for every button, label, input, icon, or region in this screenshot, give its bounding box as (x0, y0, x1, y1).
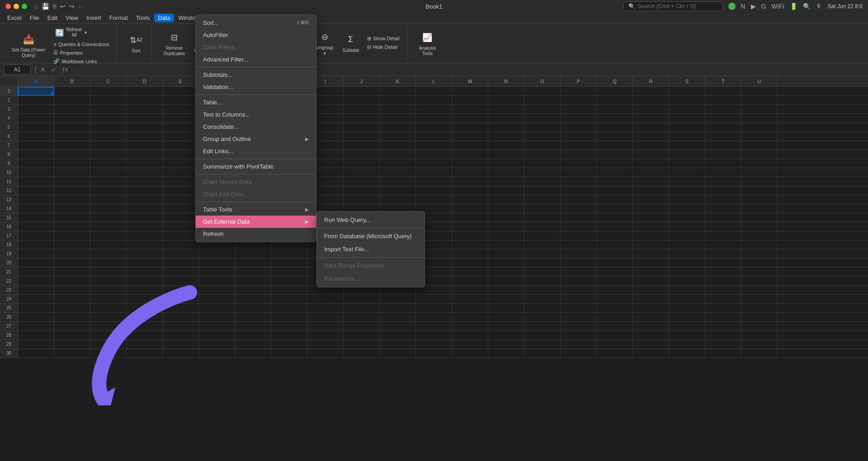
cm-subtotals[interactable]: Subtotals... (196, 69, 316, 81)
cell-K12[interactable] (380, 186, 416, 195)
cell-J9[interactable] (344, 159, 380, 168)
cell-D27[interactable] (127, 322, 163, 331)
cell-K13[interactable] (380, 195, 416, 204)
cell-E20[interactable] (163, 259, 199, 268)
cell-M9[interactable] (452, 159, 488, 168)
cell-L11[interactable] (416, 177, 452, 186)
cell-M23[interactable] (452, 286, 488, 295)
cell-L7[interactable] (416, 141, 452, 150)
cell-A5[interactable] (18, 123, 54, 132)
cell-J1[interactable] (344, 87, 380, 96)
cm-advanced-filter[interactable]: Advanced Filter... (196, 53, 316, 66)
cell-B7[interactable] (54, 141, 90, 150)
cell-B25[interactable] (54, 304, 90, 313)
cell-N14[interactable] (488, 204, 524, 213)
cell-Q15[interactable] (597, 213, 633, 222)
cell-J2[interactable] (344, 96, 380, 105)
cell-E1[interactable] (163, 87, 199, 96)
cell-A17[interactable] (18, 231, 54, 240)
cell-F21[interactable] (199, 268, 235, 277)
cell-B30[interactable] (54, 349, 90, 358)
cell-S25[interactable] (669, 304, 705, 313)
cell-P26[interactable] (561, 313, 597, 322)
cell-Q26[interactable] (597, 313, 633, 322)
cell-D24[interactable] (127, 295, 163, 304)
cm-sort[interactable]: Sort... ⇧⌘R (196, 17, 316, 29)
cell-Q9[interactable] (597, 159, 633, 168)
cell-M20[interactable] (452, 259, 488, 268)
cell-S9[interactable] (669, 159, 705, 168)
cell-R1[interactable] (633, 87, 669, 96)
cell-E28[interactable] (163, 331, 199, 340)
cell-D3[interactable] (127, 105, 163, 114)
cell-B26[interactable] (54, 313, 90, 322)
cell-C12[interactable] (90, 186, 127, 195)
cell-S26[interactable] (669, 313, 705, 322)
cell-O10[interactable] (524, 168, 561, 177)
cell-A30[interactable] (18, 349, 54, 358)
cell-N10[interactable] (488, 168, 524, 177)
cell-H27[interactable] (271, 322, 307, 331)
cell-N11[interactable] (488, 177, 524, 186)
cell-A7[interactable] (18, 141, 54, 150)
cell-N7[interactable] (488, 141, 524, 150)
cell-E15[interactable] (163, 213, 199, 222)
cell-C14[interactable] (90, 204, 127, 213)
cell-T26[interactable] (705, 313, 741, 322)
menu-excel[interactable]: Excel (4, 14, 25, 22)
cell-F26[interactable] (199, 313, 235, 322)
cell-R23[interactable] (633, 286, 669, 295)
cell-C15[interactable] (90, 213, 127, 222)
cm-text-to-columns[interactable]: Text to Columns... (196, 108, 316, 121)
cell-B17[interactable] (54, 231, 90, 240)
cell-E22[interactable] (163, 277, 199, 286)
cell-S11[interactable] (669, 177, 705, 186)
cell-M7[interactable] (452, 141, 488, 150)
cell-A26[interactable] (18, 313, 54, 322)
cell-D10[interactable] (127, 168, 163, 177)
analysis-tools-button[interactable]: 📈 AnalysisTools (416, 28, 439, 58)
cell-Q17[interactable] (597, 231, 633, 240)
cell-U3[interactable] (741, 105, 778, 114)
cell-R8[interactable] (633, 150, 669, 159)
cell-E16[interactable] (163, 222, 199, 231)
cell-C23[interactable] (90, 286, 127, 295)
menu-insert[interactable]: Insert (83, 14, 105, 22)
sort-button[interactable]: ⇅AZ Sort (126, 31, 146, 56)
cell-N25[interactable] (488, 304, 524, 313)
sm-run-web-query[interactable]: Run Web Query... (317, 213, 425, 226)
cell-F28[interactable] (199, 331, 235, 340)
cell-P7[interactable] (561, 141, 597, 150)
cell-T6[interactable] (705, 132, 741, 141)
cell-D5[interactable] (127, 123, 163, 132)
cell-D11[interactable] (127, 177, 163, 186)
notification-icon[interactable]: N (741, 3, 745, 10)
cell-D28[interactable] (127, 331, 163, 340)
cell-P10[interactable] (561, 168, 597, 177)
cell-E25[interactable] (163, 304, 199, 313)
cell-F29[interactable] (199, 340, 235, 349)
menu-file[interactable]: File (26, 14, 43, 22)
cell-G25[interactable] (235, 304, 271, 313)
cell-I30[interactable] (307, 349, 344, 358)
cell-M29[interactable] (452, 340, 488, 349)
cell-J3[interactable] (344, 105, 380, 114)
cell-P8[interactable] (561, 150, 597, 159)
cm-get-external-data[interactable]: Get External Data ▶ (196, 216, 316, 228)
cell-E6[interactable] (163, 132, 199, 141)
cell-C5[interactable] (90, 123, 127, 132)
cell-Q12[interactable] (597, 186, 633, 195)
cell-Q21[interactable] (597, 268, 633, 277)
cell-S23[interactable] (669, 286, 705, 295)
confirm-formula-icon[interactable]: ✓ (51, 66, 57, 73)
cell-T10[interactable] (705, 168, 741, 177)
cell-B1[interactable] (54, 87, 90, 96)
get-data-button[interactable]: 📥 Get Data (PowerQuery) (9, 30, 48, 60)
cell-A28[interactable] (18, 331, 54, 340)
cell-R14[interactable] (633, 204, 669, 213)
cell-G24[interactable] (235, 295, 271, 304)
cell-E27[interactable] (163, 322, 199, 331)
cell-A6[interactable] (18, 132, 54, 141)
cell-P3[interactable] (561, 105, 597, 114)
cell-G30[interactable] (235, 349, 271, 358)
